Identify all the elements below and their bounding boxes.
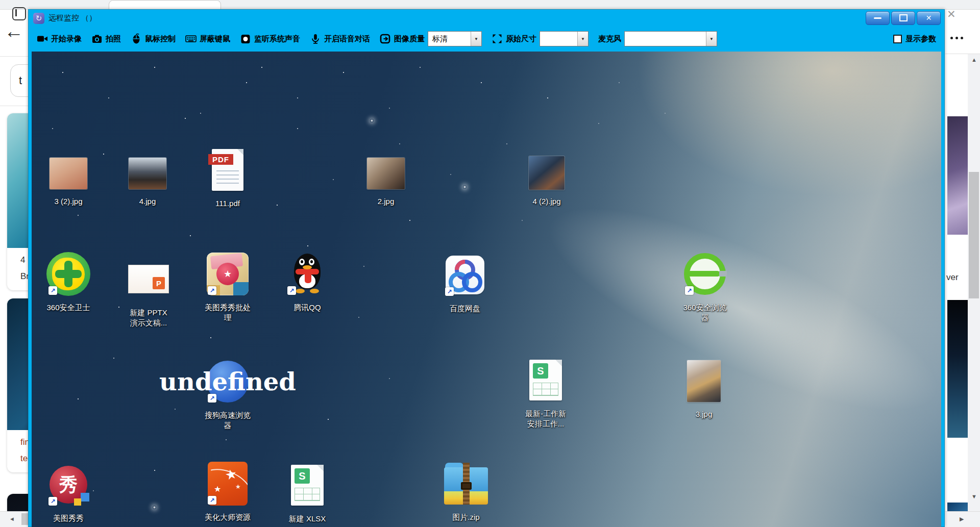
remote-desktop-view[interactable]: 3 (2).jpg4.jpgPDF111.pdf2.jpg4 (2).jpg↗3… — [32, 52, 941, 527]
desktop-icon-new-xlsx[interactable]: S新建 XLSX — [274, 463, 340, 524]
shortcut-arrow-icon: ↗ — [445, 287, 454, 296]
more-menu-icon[interactable] — [950, 37, 963, 39]
listen-system-sound-button[interactable]: 监听系统声音 — [240, 33, 300, 44]
desktop-icon-2-jpg[interactable]: 2.jpg — [353, 157, 419, 207]
image-quality-select[interactable]: 标清 ▼ — [428, 31, 482, 46]
scroll-left-icon[interactable]: ◄ — [9, 516, 15, 522]
mouse-control-button[interactable]: 鼠标控制 — [131, 33, 176, 44]
desktop-icon-new-pptx[interactable]: P新建 PPTX演示文稿... — [115, 257, 182, 328]
right-card-text: ver — [946, 272, 959, 283]
right-thumbnail[interactable] — [947, 116, 968, 235]
back-arrow-icon[interactable]: ← — [4, 21, 23, 41]
scroll-right-icon[interactable]: ▶ — [960, 516, 964, 522]
record-circle-icon — [240, 33, 251, 44]
image-quality-value: 标清 — [428, 32, 471, 46]
keyboard-icon — [185, 33, 197, 44]
shortcut-arrow-icon: ↗ — [208, 496, 216, 505]
work-plan-xlsx-icon: S — [512, 358, 579, 403]
desktop-icon-sogou-browser[interactable]: undefined↗搜狗高速浏览器 — [194, 359, 261, 431]
shortcut-arrow-icon: ↗ — [208, 394, 216, 403]
minimize-button[interactable] — [866, 11, 890, 25]
select-arrow-icon: ▼ — [471, 32, 481, 46]
desktop-icon-label: 111.pdf — [215, 198, 240, 209]
desktop-icon-4-2-jpg[interactable]: 4 (2).jpg — [513, 156, 580, 207]
remote-monitor-window: ↻ 远程监控 （） ✕ 开始录像 拍照 鼠标控制 屏蔽键鼠 监听系统声音 — [28, 9, 945, 527]
close-button[interactable]: ✕ — [917, 11, 941, 25]
bright-star — [370, 119, 374, 122]
right-thumbnail[interactable] — [947, 300, 968, 438]
desktop-icon-pictures-zip[interactable]: 图片.zip — [433, 461, 499, 522]
desktop-icon-label: 百度网盘 — [450, 304, 480, 314]
take-photo-label: 拍照 — [106, 34, 121, 44]
desktop-icon-baidu-netdisk[interactable]: ↗百度网盘 — [432, 253, 498, 314]
desktop-icon-label: 图片.zip — [452, 512, 479, 522]
voice-chat-button[interactable]: 开启语音对话 — [310, 33, 370, 44]
desktop-icon-label: 器 — [224, 420, 232, 431]
start-record-label: 开始录像 — [51, 34, 82, 44]
mouse-control-label: 鼠标控制 — [145, 34, 176, 44]
title-bar[interactable]: ↻ 远程监控 （） ✕ — [29, 10, 944, 26]
sidebar-toggle-icon[interactable] — [12, 7, 26, 20]
tencent-qq-icon: ↗ — [274, 252, 340, 296]
show-params-group[interactable]: 显示参数 — [893, 34, 936, 44]
original-size-select[interactable]: ▼ — [540, 31, 589, 46]
meitu-batch-icon: ★↗ — [194, 252, 261, 296]
microphone-select[interactable]: ▼ — [624, 31, 717, 46]
maximize-icon — [899, 14, 908, 21]
minimize-icon — [874, 17, 881, 19]
scroll-down-icon[interactable]: ▼ — [971, 494, 977, 499]
desktop-icon-4-jpg[interactable]: 4.jpg — [114, 157, 181, 207]
block-keyboard-mouse-label: 屏蔽键鼠 — [200, 34, 230, 44]
desktop-icon-label: 360安全卫士 — [46, 303, 90, 313]
microphone-group: 麦克风 ▼ — [598, 31, 717, 46]
shortcut-arrow-icon: ↗ — [48, 497, 57, 506]
desktop-icon-tencent-qq[interactable]: ↗腾讯QQ — [274, 252, 340, 313]
app-logo-icon: ↻ — [33, 13, 44, 24]
desktop-icon-360-browser[interactable]: ↗360安全浏览器 — [672, 252, 738, 323]
desktop-icon-111-pdf[interactable]: PDF111.pdf — [194, 147, 261, 209]
desktop-icon-label: 3 (2).jpg — [54, 196, 82, 207]
desktop-icon-3-jpg[interactable]: 3.jpg — [671, 359, 737, 419]
shortcut-arrow-icon: ↗ — [48, 286, 57, 295]
desktop-icon-meitu-batch[interactable]: ★↗美图秀秀批处理 — [194, 252, 261, 323]
desktop-icon-work-plan-xlsx[interactable]: S最新-工作新安排工作... — [512, 358, 579, 429]
desktop-icon-label: 4 (2).jpg — [532, 196, 560, 207]
shortcut-arrow-icon: ↗ — [685, 286, 694, 295]
desktop-icon-label: 新建 XLSX — [289, 514, 326, 524]
desktop-icon-label: 美图秀秀批处 — [205, 303, 251, 313]
show-params-checkbox[interactable] — [893, 35, 902, 43]
scroll-up-icon[interactable]: ▲ — [971, 57, 977, 63]
maximize-button[interactable] — [891, 11, 915, 25]
360-safe-icon: ↗ — [35, 252, 102, 296]
desktop-icon-label: 4.jpg — [139, 196, 156, 207]
desktop-icon-meitu-xiuxiu[interactable]: 秀↗美图秀秀 — [35, 462, 102, 523]
browser-tab[interactable] — [109, 0, 221, 10]
desktop-icon-360-safe[interactable]: ↗360安全卫士 — [35, 252, 102, 313]
bright-star — [463, 185, 467, 189]
image-quality-group: 图像质量 标清 ▼ — [380, 31, 482, 46]
2-jpg-icon — [353, 157, 419, 190]
block-keyboard-mouse-button[interactable]: 屏蔽键鼠 — [185, 33, 230, 44]
mouse-icon — [131, 33, 142, 44]
original-size-group: 原始尺寸 ▼ — [492, 31, 589, 46]
show-params-label: 显示参数 — [905, 34, 936, 44]
desktop-icon-label: 安排工作... — [527, 419, 565, 429]
new-xlsx-icon: S — [274, 463, 340, 508]
3-2-jpg-icon — [35, 157, 102, 190]
desktop-icon-label: 美图秀秀 — [53, 513, 84, 523]
divider — [0, 106, 29, 106]
original-size-label: 原始尺寸 — [506, 34, 536, 44]
window-title: 远程监控 （） — [48, 13, 96, 23]
start-record-button[interactable]: 开始录像 — [37, 33, 82, 44]
browser-close-icon[interactable]: ✕ — [947, 8, 956, 20]
image-quality-label: 图像质量 — [394, 34, 425, 44]
select-arrow-icon: ▼ — [706, 32, 717, 46]
desktop-icon-master-resource[interactable]: ★★★↗美化大师资源 — [194, 461, 261, 522]
desktop-icon-label: 理 — [224, 313, 232, 323]
master-resource-icon: ★★★↗ — [194, 461, 261, 506]
sogou-browser-icon: undefined↗ — [194, 359, 261, 404]
take-photo-button[interactable]: 拍照 — [91, 33, 121, 44]
vertical-scrollbar-thumb[interactable] — [969, 172, 979, 298]
stars — [32, 52, 33, 53]
desktop-icon-3-2-jpg[interactable]: 3 (2).jpg — [35, 157, 102, 207]
